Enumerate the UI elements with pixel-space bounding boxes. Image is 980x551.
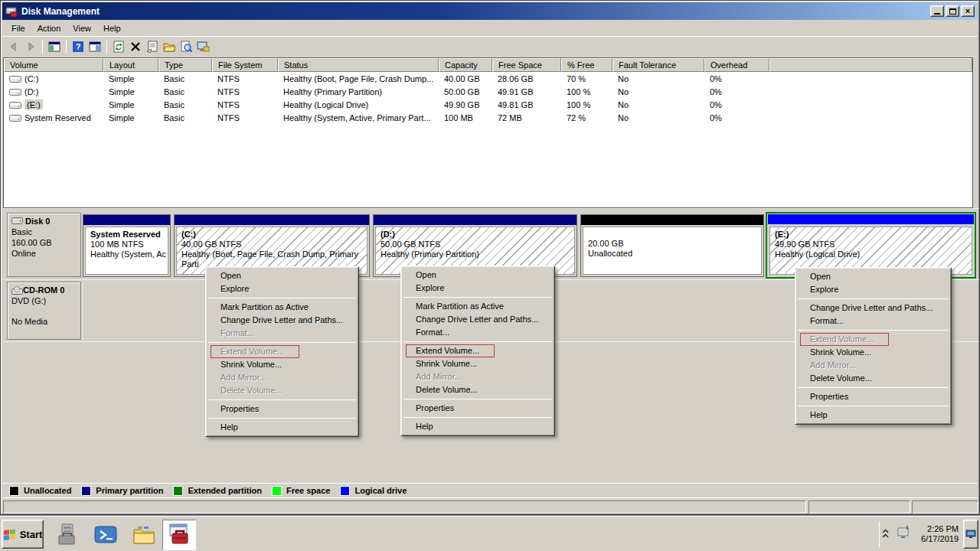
- system-tray: 2:26 PM 6/17/2019: [880, 517, 980, 551]
- menu-item-format[interactable]: Format...: [796, 315, 950, 328]
- drive-icon: [9, 75, 21, 83]
- tray-chevron-button[interactable]: [880, 527, 890, 542]
- column-header-status[interactable]: Status: [278, 58, 439, 72]
- menu-item-delete-volume[interactable]: Delete Volume...: [796, 372, 950, 385]
- device-manager-button[interactable]: [194, 38, 211, 55]
- partition-system-reserved[interactable]: System Reserved 100 MB NTFS Healthy (Sys…: [83, 214, 171, 277]
- disk-management-task-icon: [166, 522, 192, 548]
- show-action-pane-button[interactable]: [87, 38, 103, 55]
- powershell-launcher[interactable]: [92, 522, 119, 548]
- volume-row-c[interactable]: (C:) Simple Basic NTFS Healthy (Boot, Pa…: [4, 72, 972, 85]
- volume-row-system-reserved[interactable]: System Reserved Simple Basic NTFS Health…: [4, 111, 972, 124]
- help-button[interactable]: ?: [70, 38, 87, 55]
- menu-item-help[interactable]: Help: [402, 420, 554, 433]
- open-button[interactable]: [161, 38, 178, 55]
- menu-item-help[interactable]: Help: [796, 409, 950, 422]
- menu-view[interactable]: View: [67, 22, 97, 34]
- drive-icon: [9, 88, 21, 96]
- menu-item-help[interactable]: Help: [207, 421, 358, 434]
- volume-list: Volume Layout Type File System Status Ca…: [3, 57, 973, 208]
- partition-status: Healthy (System, Ac: [90, 249, 168, 259]
- volume-row-d[interactable]: (D:) Simple Basic NTFS Healthy (Primary …: [4, 85, 972, 98]
- menu-item-change-drive-letter[interactable]: Change Drive Letter and Paths...: [402, 313, 554, 326]
- menu-file[interactable]: File: [5, 22, 31, 34]
- menu-item-explore[interactable]: Explore: [402, 282, 554, 295]
- menu-separator: [208, 342, 356, 343]
- column-header-file-system[interactable]: File System: [212, 58, 278, 72]
- explorer-launcher[interactable]: [130, 522, 158, 548]
- show-console-tree-button[interactable]: [46, 38, 63, 55]
- maximize-button[interactable]: [946, 5, 959, 17]
- menu-item-shrink-volume[interactable]: Shrink Volume...: [207, 358, 358, 371]
- column-header-layout[interactable]: Layout: [103, 58, 158, 72]
- delete-button[interactable]: [127, 38, 144, 55]
- close-button[interactable]: ×: [961, 5, 975, 17]
- menu-action[interactable]: Action: [31, 22, 67, 34]
- menu-help[interactable]: Help: [97, 22, 127, 34]
- back-icon: [7, 40, 21, 54]
- column-header-volume[interactable]: Volume: [4, 58, 103, 72]
- menu-item-change-drive-letter[interactable]: Change Drive Letter and Paths...: [796, 302, 950, 315]
- menu-item-shrink-volume[interactable]: Shrink Volume...: [402, 357, 554, 370]
- menu-separator: [208, 298, 356, 298]
- find-button[interactable]: [178, 38, 194, 55]
- cell-layout: Simple: [103, 73, 158, 83]
- menu-item-properties[interactable]: Properties: [207, 403, 358, 416]
- column-header-fault-tolerance[interactable]: Fault Tolerance: [612, 58, 704, 72]
- disk-management-taskbar-button[interactable]: [162, 520, 196, 550]
- cell-free-space: 49.91 GB: [492, 86, 561, 96]
- menu-item-delete-volume[interactable]: Delete Volume...: [402, 383, 554, 396]
- volume-row-e-selected[interactable]: (E:) Simple Basic NTFS Healthy (Logical …: [4, 98, 972, 111]
- column-header-type[interactable]: Type: [158, 58, 212, 72]
- menu-item-open[interactable]: Open: [207, 269, 358, 282]
- menu-item-explore[interactable]: Explore: [796, 283, 950, 296]
- menu-separator: [798, 298, 949, 299]
- cell-pct-free: 100 %: [561, 99, 612, 109]
- legend-bar: Unallocated Primary partition Extended p…: [2, 483, 978, 497]
- partition-detail: 40.00 GB NTFS: [181, 240, 367, 249]
- show-desktop-button[interactable]: [963, 520, 978, 549]
- toolbar: ?: [2, 36, 978, 57]
- network-tray-icon-button[interactable]: [895, 525, 912, 543]
- start-button[interactable]: Start: [2, 520, 44, 549]
- partition-color-bar: [374, 215, 577, 225]
- column-header-pct-free[interactable]: % Free: [561, 58, 612, 72]
- open-folder-icon: [162, 40, 176, 54]
- menu-item-shrink-volume[interactable]: Shrink Volume...: [796, 346, 950, 359]
- back-button[interactable]: [5, 38, 22, 55]
- column-header-overhead[interactable]: Overhead: [704, 58, 769, 72]
- menu-item-properties[interactable]: Properties: [796, 390, 950, 403]
- menu-item-extend-volume[interactable]: Extend Volume...: [402, 344, 554, 357]
- menu-item-explore[interactable]: Explore: [207, 282, 358, 295]
- partition-name: (C:): [181, 230, 367, 240]
- legend-item-unallocated: Unallocated: [9, 486, 71, 496]
- server-manager-launcher[interactable]: [54, 522, 81, 548]
- partition-detail: 100 MB NTFS: [90, 240, 168, 249]
- menu-item-extend-volume: Extend Volume...: [207, 345, 358, 358]
- refresh-button[interactable]: [110, 38, 127, 55]
- forward-button[interactable]: [22, 38, 39, 55]
- minimize-button[interactable]: [930, 5, 944, 17]
- menu-item-open[interactable]: Open: [796, 270, 950, 283]
- toolbar-separator: [66, 40, 67, 54]
- status-bar: [2, 497, 978, 514]
- menu-item-properties[interactable]: Properties: [402, 402, 554, 415]
- tray-separator: [879, 521, 880, 547]
- menu-item-format[interactable]: Format...: [402, 326, 554, 339]
- cell-free-space: 28.06 GB: [492, 73, 561, 83]
- tray-clock[interactable]: 2:26 PM 6/17/2019: [921, 524, 959, 544]
- column-header-capacity[interactable]: Capacity: [439, 58, 492, 72]
- partition-color-bar: [83, 215, 170, 225]
- menu-item-mark-partition-active[interactable]: Mark Partition as Active: [207, 301, 358, 314]
- properties-button[interactable]: [144, 38, 161, 55]
- menu-item-change-drive-letter[interactable]: Change Drive Letter and Paths...: [207, 314, 358, 327]
- menu-item-open[interactable]: Open: [402, 269, 554, 282]
- column-header-free-space[interactable]: Free Space: [492, 58, 561, 72]
- menu-item-delete-volume: Delete Volume...: [207, 384, 358, 397]
- disk0-state: Online: [11, 248, 77, 259]
- partition-unallocated[interactable]: 20.00 GB Unallocated: [580, 214, 764, 277]
- maximize-icon: [949, 8, 956, 15]
- properties-icon: [145, 40, 159, 54]
- extended-partition-swatch: [173, 486, 183, 496]
- menu-item-mark-partition-active[interactable]: Mark Partition as Active: [402, 300, 554, 313]
